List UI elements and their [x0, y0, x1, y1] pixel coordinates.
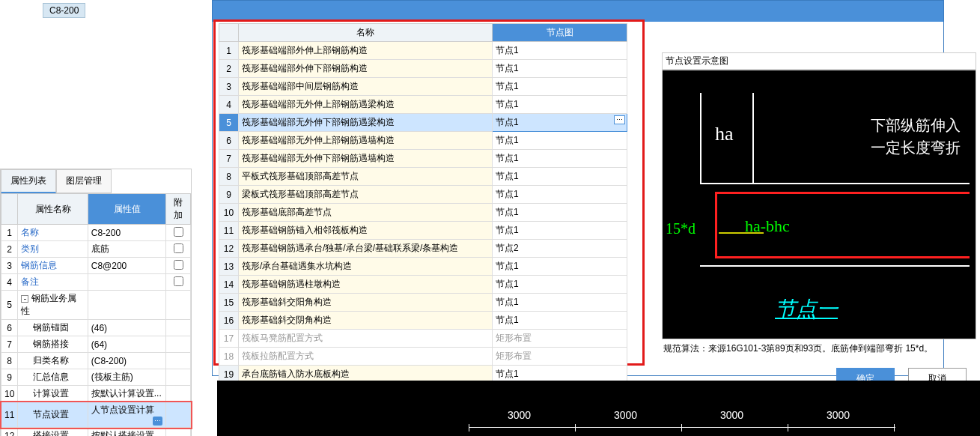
table-row[interactable]: 3筏形基础端部中间层钢筋构造节点1 — [219, 78, 627, 96]
row-name[interactable]: 筏板拉筋配置方式 — [239, 348, 493, 366]
prop-value[interactable]: (64) — [88, 336, 166, 353]
row-name[interactable]: 筏形基础斜交阳角构造 — [239, 294, 493, 312]
prop-name[interactable]: 汇总信息 — [18, 369, 88, 386]
row-jd[interactable]: 节点1 — [493, 60, 627, 78]
row-jd[interactable]: 节点2 — [493, 240, 627, 258]
prop-name[interactable]: 计算设置 — [18, 386, 88, 402]
row-name[interactable]: 筏形基础端部中间层钢筋构造 — [239, 78, 493, 96]
table-row[interactable]: 14筏形基础钢筋遇柱墩构造节点1 — [219, 276, 627, 294]
prop-value[interactable]: 人节点设置计算⋯ — [88, 402, 166, 428]
row-jd[interactable]: 节点1 — [493, 96, 627, 114]
table-row[interactable]: 12筏形基础钢筋遇承台/独基/承台梁/基础联系梁/条基构造节点2 — [219, 240, 627, 258]
prop-value[interactable] — [88, 274, 166, 291]
prop-extra — [166, 386, 191, 402]
prop-extra — [166, 241, 191, 258]
row-jd[interactable]: 节点1 — [493, 168, 627, 186]
row-name[interactable]: 筏形/承台基础遇集水坑构造 — [239, 258, 493, 276]
row-name[interactable]: 筏形基础底部高差节点 — [239, 204, 493, 222]
table-row[interactable]: 2筏形基础端部外伸下部钢筋构造节点1 — [219, 60, 627, 78]
prop-value[interactable]: (46) — [88, 320, 166, 336]
prop-checkbox[interactable] — [174, 260, 183, 270]
prop-name[interactable]: 备注 — [18, 274, 88, 291]
prop-name[interactable]: 钢筋搭接 — [18, 336, 88, 353]
table-row[interactable]: 6筏形基础端部无外伸上部钢筋遇墙构造节点1 — [219, 132, 627, 150]
row-jd[interactable]: 节点1 — [493, 42, 627, 60]
row-jd[interactable]: 矩形布置 — [493, 348, 627, 366]
prop-name[interactable]: 归类名称 — [18, 353, 88, 369]
table-row[interactable]: 18筏板拉筋配置方式矩形布置 — [219, 348, 627, 366]
dim-3: 3000 — [827, 409, 850, 421]
prop-value[interactable]: (C8-200) — [88, 353, 166, 369]
row-name[interactable]: 筏形基础钢筋遇柱墩构造 — [239, 276, 493, 294]
dialog-titlebar[interactable] — [213, 1, 943, 22]
prop-value[interactable]: 按默认搭接设置... — [88, 428, 166, 437]
row-jd[interactable]: 节点1 — [493, 276, 627, 294]
prop-name[interactable]: 类别 — [18, 241, 88, 258]
row-num: 13 — [219, 258, 239, 276]
prop-name[interactable]: 节点设置 — [18, 402, 88, 428]
row-name[interactable]: 筏形基础钢筋锚入相邻筏板构造 — [239, 222, 493, 240]
prop-value[interactable]: 按默认计算设置... — [88, 386, 166, 402]
row-jd[interactable]: 节点1⋯ — [493, 114, 627, 132]
row-jd[interactable]: 节点1 — [493, 294, 627, 312]
row-name[interactable]: 筏形基础钢筋遇承台/独基/承台梁/基础联系梁/条基构造 — [239, 240, 493, 258]
prop-value[interactable]: C8@200 — [88, 258, 166, 274]
row-name[interactable]: 筏形基础端部外伸下部钢筋构造 — [239, 60, 493, 78]
prop-name[interactable]: 钢筋信息 — [18, 258, 88, 274]
table-row[interactable]: 15筏形基础斜交阳角构造节点1 — [219, 294, 627, 312]
prop-checkbox[interactable] — [174, 276, 183, 286]
prop-row-num: 1 — [1, 225, 18, 241]
row-name[interactable]: 筏板马凳筋配置方式 — [239, 330, 493, 348]
row-jd[interactable]: 节点1 — [493, 312, 627, 330]
table-row[interactable]: 9梁板式筏形基础顶部高差节点节点1 — [219, 186, 627, 204]
row-num: 10 — [219, 204, 239, 222]
row-jd[interactable]: 节点1 — [493, 78, 627, 96]
prop-checkbox[interactable] — [174, 243, 183, 253]
ellipsis-button[interactable]: ⋯ — [614, 115, 625, 124]
prop-name[interactable]: -钢筋业务属性 — [18, 291, 88, 320]
col-jd[interactable]: 节点图 — [493, 24, 627, 42]
table-row[interactable]: 10筏形基础底部高差节点节点1 — [219, 204, 627, 222]
prop-checkbox[interactable] — [174, 227, 183, 237]
table-row[interactable]: 8平板式筏形基础顶部高差节点节点1 — [219, 168, 627, 186]
table-row[interactable]: 11筏形基础钢筋锚入相邻筏板构造节点1 — [219, 222, 627, 240]
tab-properties[interactable]: 属性列表 — [1, 169, 56, 193]
prop-name[interactable]: 搭接设置 — [18, 428, 88, 437]
table-row[interactable]: 4筏形基础端部无外伸上部钢筋遇梁构造节点1 — [219, 96, 627, 114]
row-name[interactable]: 平板式筏形基础顶部高差节点 — [239, 168, 493, 186]
row-jd[interactable]: 节点1 — [493, 132, 627, 150]
node-table: 名称 节点图 1筏形基础端部外伸上部钢筋构造节点12筏形基础端部外伸下部钢筋构造… — [219, 23, 627, 384]
table-row[interactable]: 16筏形基础斜交阴角构造节点1 — [219, 312, 627, 330]
row-name[interactable]: 筏形基础端部外伸上部钢筋构造 — [239, 42, 493, 60]
ellipsis-button[interactable]: ⋯ — [153, 417, 162, 426]
table-row[interactable]: 13筏形/承台基础遇集水坑构造节点1 — [219, 258, 627, 276]
col-name[interactable]: 名称 — [239, 24, 493, 42]
prop-value[interactable]: (筏板主筋) — [88, 369, 166, 386]
prop-value[interactable]: C8-200 — [88, 225, 166, 241]
row-jd[interactable]: 节点1 — [493, 258, 627, 276]
prop-value[interactable]: 底筋 — [88, 241, 166, 258]
row-jd[interactable]: 矩形布置 — [493, 330, 627, 348]
table-row[interactable]: 17筏板马凳筋配置方式矩形布置 — [219, 330, 627, 348]
expander-icon[interactable]: - — [21, 295, 28, 303]
row-num: 2 — [219, 60, 239, 78]
cad-viewport[interactable]: 3000 3000 3000 3000 — [217, 381, 980, 436]
row-jd[interactable]: 节点1 — [493, 186, 627, 204]
prop-value[interactable] — [88, 291, 166, 320]
row-name[interactable]: 梁板式筏形基础顶部高差节点 — [239, 186, 493, 204]
row-jd[interactable]: 节点1 — [493, 222, 627, 240]
table-row[interactable]: 1筏形基础端部外伸上部钢筋构造节点1 — [219, 42, 627, 60]
row-name[interactable]: 筏形基础端部无外伸下部钢筋遇梁构造 — [239, 114, 493, 132]
prop-name[interactable]: 名称 — [18, 225, 88, 241]
highlighted-region: 名称 节点图 1筏形基础端部外伸上部钢筋构造节点12筏形基础端部外伸下部钢筋构造… — [213, 19, 645, 366]
row-jd[interactable]: 节点1 — [493, 150, 627, 168]
row-name[interactable]: 筏形基础端部无外伸下部钢筋遇墙构造 — [239, 150, 493, 168]
tab-layers[interactable]: 图层管理 — [56, 169, 112, 193]
row-jd[interactable]: 节点1 — [493, 204, 627, 222]
row-name[interactable]: 筏形基础端部无外伸上部钢筋遇墙构造 — [239, 132, 493, 150]
row-name[interactable]: 筏形基础斜交阴角构造 — [239, 312, 493, 330]
row-name[interactable]: 筏形基础端部无外伸上部钢筋遇梁构造 — [239, 96, 493, 114]
prop-name[interactable]: 钢筋锚固 — [18, 320, 88, 336]
table-row[interactable]: 5筏形基础端部无外伸下部钢筋遇梁构造节点1⋯ — [219, 114, 627, 132]
table-row[interactable]: 7筏形基础端部无外伸下部钢筋遇墙构造节点1 — [219, 150, 627, 168]
